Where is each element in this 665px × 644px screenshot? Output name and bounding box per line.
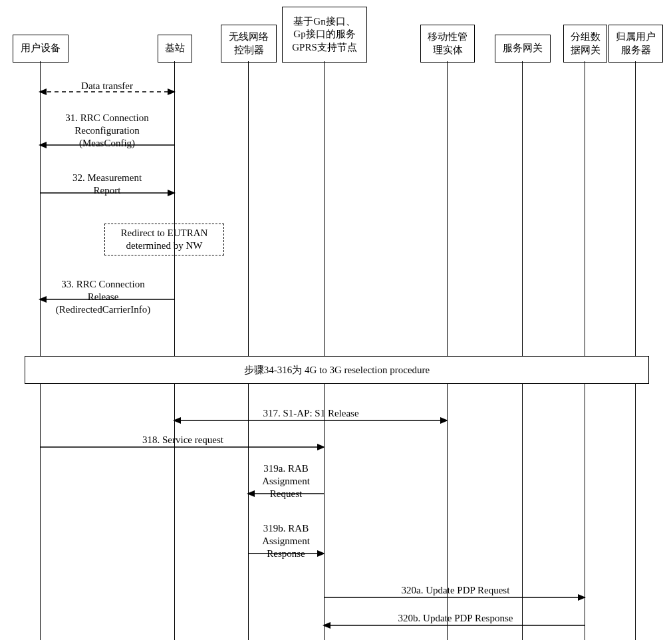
participant-label: 无线网络 控制器 — [229, 31, 269, 57]
participant-ue: 用户设备 — [13, 35, 68, 63]
msg-32: 32. Measurement Report — [43, 172, 171, 197]
participant-label: 基于Gn接口、 Gp接口的服务 GPRS支持节点 — [292, 15, 357, 55]
participant-label: 基站 — [165, 42, 185, 55]
msg-320b: 320b. Update PDP Response — [332, 612, 579, 625]
lifeline-hss — [635, 61, 636, 640]
msg-319b: 319b. RAB Assignment Response — [248, 522, 324, 560]
lifeline-bs — [174, 61, 175, 640]
msg-320a: 320a. Update PDP Request — [332, 584, 579, 597]
participant-pgw: 分组数 据网关 — [563, 25, 607, 63]
participant-sgw: 服务网关 — [495, 35, 551, 63]
lifeline-sgsn — [324, 61, 325, 640]
participant-sgsn: 基于Gn接口、 Gp接口的服务 GPRS支持节点 — [282, 7, 367, 63]
msg-318: 318. Service request — [50, 434, 316, 446]
participant-label: 移动性管 理实体 — [428, 31, 467, 57]
participant-rnc: 无线网络 控制器 — [221, 25, 277, 63]
participant-label: 服务网关 — [503, 42, 543, 55]
lifeline-ue — [40, 61, 41, 640]
arrow-canvas — [0, 0, 665, 644]
note-redirect-text: Redirect to EUTRAN determined by NW — [121, 227, 208, 253]
note-redirect: Redirect to EUTRAN determined by NW — [104, 224, 224, 255]
lifeline-pgw — [585, 61, 585, 640]
participant-mme: 移动性管 理实体 — [420, 25, 475, 63]
msg-31: 31. RRC Connection Reconfiguration (Meas… — [43, 112, 171, 149]
msg-319a: 319a. RAB Assignment Request — [248, 462, 324, 500]
lifeline-mme — [447, 61, 448, 640]
msg-317: 317. S1-AP: S1 Release — [193, 407, 429, 420]
participant-label: 用户设备 — [21, 42, 61, 55]
msg-33: 33. RRC Connection Release (RedirectedCa… — [33, 278, 173, 315]
lifeline-sgw — [522, 61, 523, 640]
participant-hss: 归属用户 服务器 — [608, 25, 663, 63]
reselection-box-text: 步骤34-316为 4G to 3G reselection procedure — [244, 364, 430, 377]
participant-label: 归属用户 服务器 — [616, 31, 656, 57]
participant-bs: 基站 — [158, 35, 192, 63]
sequence-diagram: 用户设备 基站 无线网络 控制器 基于Gn接口、 Gp接口的服务 GPRS支持节… — [0, 0, 665, 644]
reselection-box: 步骤34-316为 4G to 3G reselection procedure — [25, 356, 649, 384]
participant-label: 分组数 据网关 — [571, 31, 600, 57]
msg-data-transfer: Data transfer — [47, 80, 168, 92]
